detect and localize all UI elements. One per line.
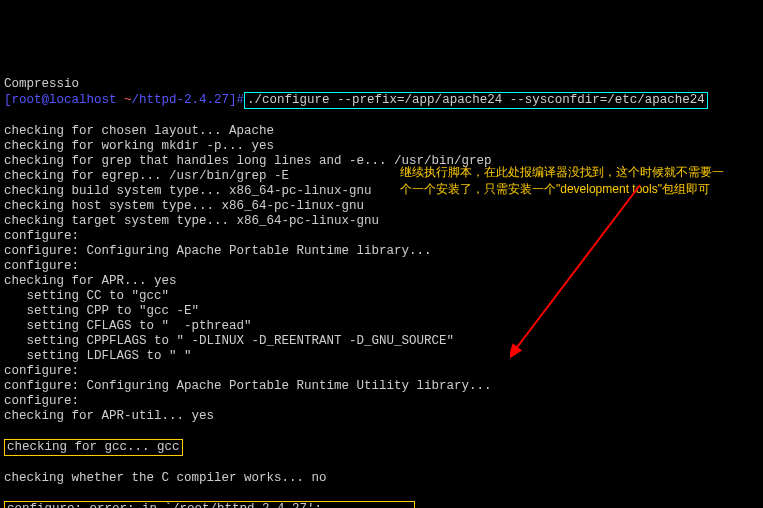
output-line: checking for chosen layout... Apache	[4, 124, 759, 139]
output-line: configure: Configuring Apache Portable R…	[4, 379, 759, 394]
output-line: configure: error: in `/root/httpd-2.4.27…	[7, 502, 412, 508]
annotation-text: 继续执行脚本，在此处报编译器没找到，这个时候就不需要一个一个安装了，只需安装一个…	[400, 164, 730, 198]
prompt-tilde: ~	[124, 93, 132, 107]
output-line: setting CPPFLAGS to " -DLINUX -D_REENTRA…	[4, 334, 759, 349]
output-line: setting CFLAGS to " -pthread"	[4, 319, 759, 334]
prompt-path: /httpd-2.4.27]	[132, 93, 237, 107]
output-line: checking host system type... x86_64-pc-l…	[4, 199, 759, 214]
output-line: configure: Configuring Apache Portable R…	[4, 244, 759, 259]
configure-command[interactable]: ./configure --prefix=/app/apache24 --sys…	[244, 92, 708, 109]
prompt-line-1: [root@localhost ~/httpd-2.4.27]#./config…	[4, 92, 759, 109]
output-line: setting LDFLAGS to " "	[4, 349, 759, 364]
cutoff-text: Compressio	[4, 77, 79, 91]
output-line: checking for APR... yes	[4, 274, 759, 289]
output-line: checking for APR-util... yes	[4, 409, 759, 424]
output-line: checking target system type... x86_64-pc…	[4, 214, 759, 229]
prompt-hash: #	[237, 93, 245, 107]
terminal-output: Compressio [root@localhost ~/httpd-2.4.2…	[0, 60, 763, 508]
output-line: setting CPP to "gcc -E"	[4, 304, 759, 319]
compiler-works-line: checking whether the C compiler works...…	[4, 471, 759, 486]
output-line: configure:	[4, 259, 759, 274]
output-line: configure:	[4, 394, 759, 409]
output-line: setting CC to "gcc"	[4, 289, 759, 304]
prompt-user: [root@localhost	[4, 93, 124, 107]
output-line: configure:	[4, 364, 759, 379]
output-line: configure:	[4, 229, 759, 244]
gcc-check-line: checking for gcc... gcc	[4, 439, 183, 456]
output-line: checking for working mkdir -p... yes	[4, 139, 759, 154]
error-block: configure: error: in `/root/httpd-2.4.27…	[4, 501, 415, 508]
